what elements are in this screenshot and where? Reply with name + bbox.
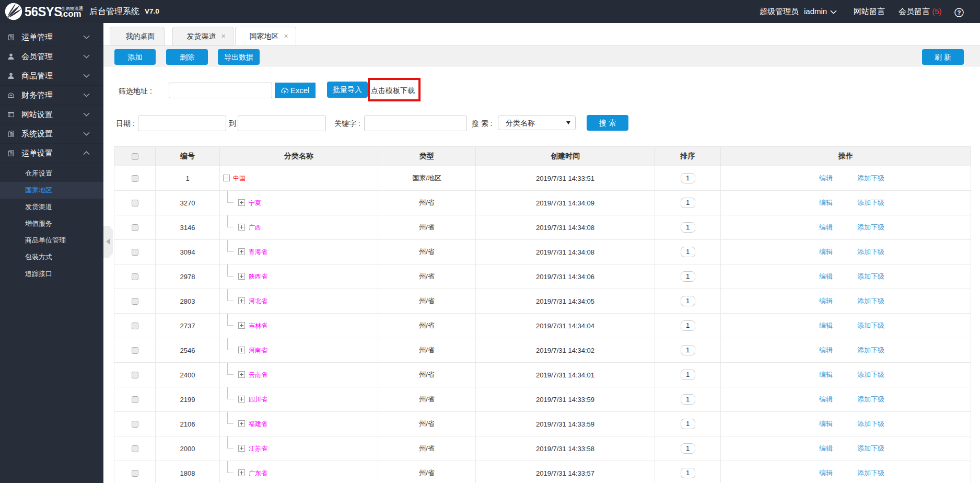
svg-text:?: ? xyxy=(957,9,961,16)
